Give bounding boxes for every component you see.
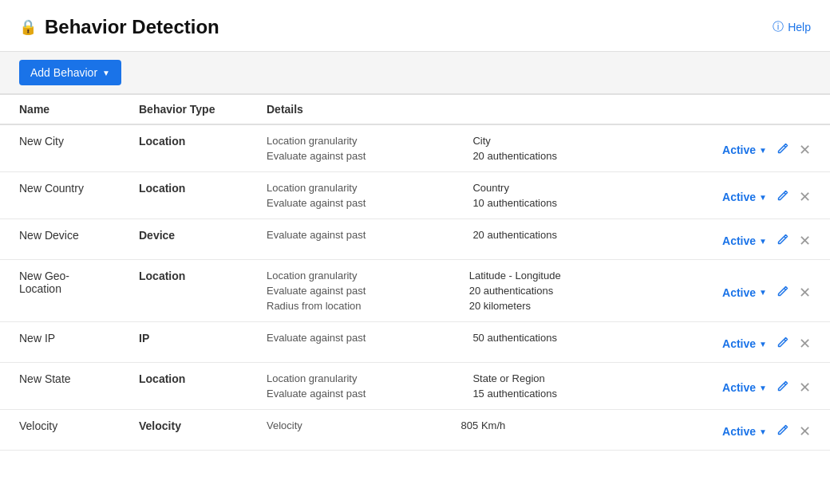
detail-value: 805 Km/h [461,419,651,431]
status-dropdown-arrow: ▼ [759,237,767,246]
detail-value: Latitude - Longitude [469,270,651,282]
status-dropdown-arrow: ▼ [759,384,767,392]
status-dropdown[interactable]: Active ▼ [722,425,767,438]
status-label: Active [722,191,756,203]
cell-details: Velocity805 Km/h [247,410,670,451]
cell-details: Location granularityLatitude - Longitude… [247,260,670,322]
add-behavior-label: Add Behavior [30,66,97,79]
cell-actions: Active ▼✕ [670,322,830,363]
help-link[interactable]: ⓘ Help [773,20,811,34]
status-dropdown[interactable]: Active ▼ [722,144,767,156]
detail-label: Location granularity [267,135,460,147]
page-header: 🔒 Behavior Detection ⓘ Help [0,0,830,51]
add-behavior-dropdown-arrow: ▼ [102,69,110,77]
cell-actions: Active ▼✕ [670,363,830,410]
detail-value: 20 authentications [469,285,651,297]
title-area: 🔒 Behavior Detection [19,16,219,38]
table-row: New CountryLocationLocation granularityC… [0,172,830,219]
table-row: New StateLocationLocation granularitySta… [0,363,830,410]
detail-label: Evaluate against past [267,229,460,241]
cell-type: Location [120,172,247,219]
cell-actions: Active ▼✕ [670,219,830,260]
cell-details: Location granularityCityEvaluate against… [247,124,670,172]
status-dropdown-arrow: ▼ [759,288,767,297]
delete-button[interactable]: ✕ [799,423,811,440]
col-header-name: Name [0,95,120,125]
cell-name: New IP [0,322,120,363]
delete-button[interactable]: ✕ [799,141,811,159]
status-label: Active [722,286,756,299]
cell-name: New Geo-Location [0,260,120,322]
cell-type: Device [120,219,247,260]
detail-label: Location granularity [267,372,460,384]
status-dropdown[interactable]: Active ▼ [722,286,767,299]
table-row: New Geo-LocationLocationLocation granula… [0,260,830,322]
status-label: Active [722,234,756,247]
edit-button[interactable] [777,336,789,352]
edit-button[interactable] [777,233,789,249]
col-header-type: Behavior Type [120,95,247,125]
lock-icon: 🔒 [19,18,37,36]
toolbar: Add Behavior ▼ [0,51,830,94]
status-dropdown[interactable]: Active ▼ [722,234,767,247]
table-row: New CityLocationLocation granularityCity… [0,124,830,172]
detail-label: Evaluate against past [267,150,460,162]
status-label: Active [722,144,756,156]
edit-button[interactable] [777,423,789,439]
cell-type: Location [120,260,247,322]
detail-value: State or Region [472,372,651,384]
detail-value: 50 authentications [472,332,651,344]
cell-details: Evaluate against past20 authentications [247,219,670,260]
detail-value: City [472,135,651,147]
col-header-actions [670,95,830,125]
cell-details: Evaluate against past50 authentications [247,322,670,363]
detail-value: 20 authentications [472,150,651,162]
edit-button[interactable] [777,189,789,205]
cell-type: Velocity [120,410,247,451]
edit-button[interactable] [777,142,789,158]
detail-value: 10 authentications [472,197,651,209]
help-label: Help [788,21,811,33]
delete-button[interactable]: ✕ [799,284,811,301]
behaviors-table: Name Behavior Type Details New CityLocat… [0,94,830,451]
delete-button[interactable]: ✕ [799,335,811,352]
detail-value: 20 kilometers [469,300,651,312]
delete-button[interactable]: ✕ [799,379,811,396]
cell-type: IP [120,322,247,363]
cell-actions: Active ▼✕ [670,124,830,172]
add-behavior-button[interactable]: Add Behavior ▼ [19,60,121,85]
cell-name: New City [0,124,120,172]
detail-value: 20 authentications [472,229,651,241]
status-dropdown-arrow: ▼ [759,146,767,155]
cell-actions: Active ▼✕ [670,172,830,219]
edit-button[interactable] [777,380,789,396]
status-dropdown[interactable]: Active ▼ [722,337,767,350]
detail-label: Location granularity [267,182,460,194]
cell-name: New State [0,363,120,410]
cell-type: Location [120,363,247,410]
table-row: VelocityVelocityVelocity805 Km/hActive ▼… [0,410,830,451]
cell-actions: Active ▼✕ [670,260,830,322]
edit-button[interactable] [777,285,789,301]
status-dropdown[interactable]: Active ▼ [722,191,767,203]
status-dropdown-arrow: ▼ [759,427,767,436]
cell-type: Location [120,124,247,172]
status-dropdown-arrow: ▼ [759,193,767,202]
cell-name: New Country [0,172,120,219]
detail-label: Velocity [267,419,449,431]
status-dropdown[interactable]: Active ▼ [722,381,767,394]
delete-button[interactable]: ✕ [799,188,811,206]
detail-label: Evaluate against past [267,332,460,344]
detail-label: Evaluate against past [267,388,460,400]
status-label: Active [722,381,756,394]
detail-label: Location granularity [267,270,457,282]
status-label: Active [722,425,756,438]
cell-actions: Active ▼✕ [670,410,830,451]
status-label: Active [722,337,756,350]
cell-details: Location granularityCountryEvaluate agai… [247,172,670,219]
detail-label: Evaluate against past [267,285,457,297]
table-row: New IPIPEvaluate against past50 authenti… [0,322,830,363]
delete-button[interactable]: ✕ [799,232,811,250]
cell-name: Velocity [0,410,120,451]
help-circle-icon: ⓘ [773,20,784,34]
